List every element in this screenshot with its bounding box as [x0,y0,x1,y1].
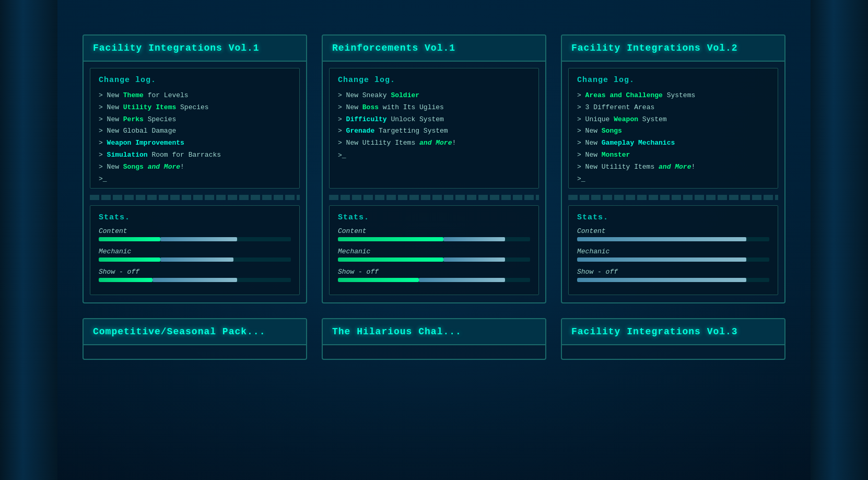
stat-bar-gray-1-1 [443,257,505,262]
changelog-item-1-4: > New Utility Items and More! [338,137,530,149]
stat-bar-bg-1-0 [338,237,530,241]
bottom-cards-row: Competitive/Seasonal Pack...The Hilariou… [63,318,805,360]
stat-row-1-2: Show - off [338,268,530,282]
changelog-item-0-3: > New Global Damage [99,125,291,137]
changelog-item-2-3: > New Songs [577,125,769,137]
card-title-facility-vol1: Facility Integrations Vol.1 [93,43,260,53]
stats-facility-vol2: Stats.ContentMechanicShow - off [568,205,778,295]
stat-bar-bg-0-1 [99,257,291,262]
stat-label-2-2: Show - off [577,268,769,276]
stat-bar-bg-1-1 [338,257,530,262]
stat-bar-bg-2-2 [577,278,769,282]
changelog-item-0-0: > New Theme for Levels [99,90,291,102]
stat-bar-gray-2-0 [577,237,746,241]
bottom-card-header-0: Competitive/Seasonal Pack... [84,319,306,345]
changelog-reinforcements-vol1: Change log.> New Sneaky Soldier> New Bos… [329,68,539,189]
changelog-item-2-5: > New Monster [577,149,769,161]
changelog-item-1-2: > Difficulty Unlock System [338,114,530,126]
bottom-card-header-2: Facility Integrations Vol.3 [562,319,784,345]
changelog-item-2-0: > Areas and Challenge Systems [577,90,769,102]
changelog-facility-vol1: Change log.> New Theme for Levels> New U… [90,68,300,189]
stat-bar-green-0-2 [99,278,153,282]
stats-label-facility-vol1: Stats. [99,213,291,222]
bottom-card-title-0: Competitive/Seasonal Pack... [93,326,265,337]
changelog-item-0-1: > New Utility Items Species [99,102,291,114]
stat-row-0-2: Show - off [99,268,291,282]
stat-label-2-1: Mechanic [577,248,769,255]
stat-bar-gray-2-1 [577,257,746,262]
stat-bar-green-1-0 [338,237,443,241]
stat-label-1-2: Show - off [338,268,530,276]
bottom-card-title-2: Facility Integrations Vol.3 [571,326,738,337]
stat-bar-green-1-2 [338,278,419,282]
stat-bar-gray-0-2 [153,278,237,282]
stat-row-2-0: Content [577,227,769,241]
divider-reinforcements-vol1 [329,195,539,200]
divider-facility-vol2 [568,195,778,200]
changelog-facility-vol2: Change log.> Areas and Challenge Systems… [568,68,778,189]
changelog-item-2-4: > New Gameplay Mechanics [577,137,769,149]
stat-bar-gray-0-1 [160,257,233,262]
bottom-card-0: Competitive/Seasonal Pack... [83,318,307,360]
bottom-card-header-1: The Hilarious Chal... [323,319,545,345]
stat-label-0-2: Show - off [99,268,291,276]
stats-reinforcements-vol1: Stats.ContentMechanicShow - off [329,205,539,295]
card-facility-vol1: Facility Integrations Vol.1Change log.> … [83,34,307,303]
changelog-item-0-6: > New Songs and More! [99,161,291,173]
card-header-reinforcements-vol1: Reinforcements Vol.1 [323,36,545,62]
card-title-reinforcements-vol1: Reinforcements Vol.1 [332,43,455,53]
changelog-item-2-1: > 3 Different Areas [577,102,769,114]
stat-row-1-0: Content [338,227,530,241]
stat-bar-bg-0-0 [99,237,291,241]
cursor-line-reinforcements-vol1: >_ [338,151,530,159]
stat-label-1-1: Mechanic [338,248,530,255]
stat-bar-green-1-1 [338,257,443,262]
changelog-item-2-6: > New Utility Items and More! [577,161,769,173]
main-cards-row: Facility Integrations Vol.1Change log.> … [63,34,805,303]
stat-row-2-1: Mechanic [577,248,769,262]
card-title-facility-vol2: Facility Integrations Vol.2 [571,43,738,53]
cursor-line-facility-vol1: >_ [99,175,291,183]
changelog-item-0-5: > Simulation Room for Barracks [99,149,291,161]
card-facility-vol2: Facility Integrations Vol.2Change log.> … [561,34,785,303]
stat-row-1-1: Mechanic [338,248,530,262]
stat-bar-bg-0-2 [99,278,291,282]
changelog-item-1-3: > Grenade Targetting System [338,125,530,137]
bottom-card-title-1: The Hilarious Chal... [332,326,462,337]
changelog-item-0-2: > New Perks Species [99,114,291,126]
stat-label-0-1: Mechanic [99,248,291,255]
stat-row-2-2: Show - off [577,268,769,282]
stat-bar-gray-2-2 [577,278,746,282]
changelog-item-1-1: > New Boss with Its Uglies [338,102,530,114]
stat-label-2-0: Content [577,227,769,235]
stat-row-0-1: Mechanic [99,248,291,262]
stats-facility-vol1: Stats.ContentMechanicShow - off [90,205,300,295]
stats-label-reinforcements-vol1: Stats. [338,213,530,222]
bottom-card-1: The Hilarious Chal... [322,318,546,360]
stat-bar-bg-2-0 [577,237,769,241]
stat-label-1-0: Content [338,227,530,235]
card-header-facility-vol2: Facility Integrations Vol.2 [562,36,784,62]
stat-row-0-0: Content [99,227,291,241]
changelog-label-facility-vol2: Change log. [577,76,769,85]
changelog-item-2-2: > Unique Weapon System [577,114,769,126]
stat-label-0-0: Content [99,227,291,235]
cursor-line-facility-vol2: >_ [577,175,769,183]
bottom-card-2: Facility Integrations Vol.3 [561,318,785,360]
stat-bar-green-0-1 [99,257,160,262]
stat-bar-gray-1-2 [419,278,506,282]
changelog-label-reinforcements-vol1: Change log. [338,76,530,85]
stats-label-facility-vol2: Stats. [577,213,769,222]
changelog-item-0-4: > Weapon Improvements [99,137,291,149]
card-reinforcements-vol1: Reinforcements Vol.1Change log.> New Sne… [322,34,546,303]
changelog-item-1-0: > New Sneaky Soldier [338,90,530,102]
stat-bar-green-0-0 [99,237,160,241]
changelog-label-facility-vol1: Change log. [99,76,291,85]
divider-facility-vol1 [90,195,300,200]
stat-bar-bg-2-1 [577,257,769,262]
card-header-facility-vol1: Facility Integrations Vol.1 [84,36,306,62]
stat-bar-bg-1-2 [338,278,530,282]
stat-bar-gray-0-0 [160,237,237,241]
stat-bar-gray-1-0 [443,237,505,241]
